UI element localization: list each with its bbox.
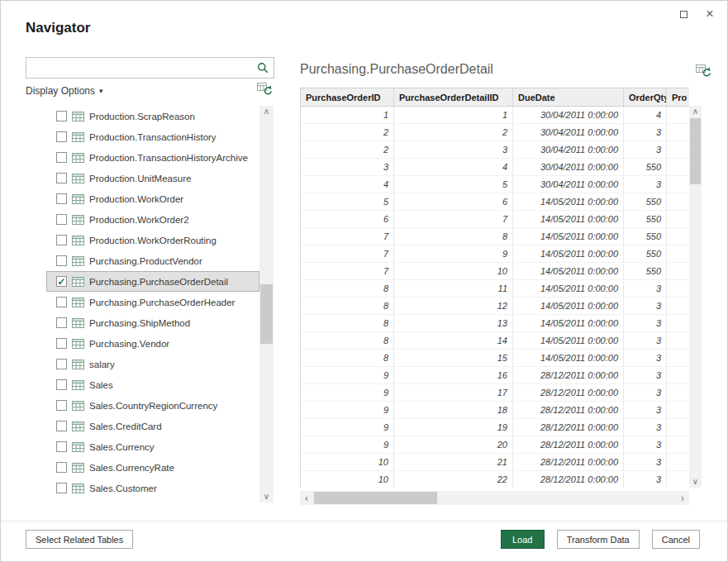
display-options-dropdown[interactable]: Display Options ▾: [26, 85, 103, 97]
preview-cell: 16: [394, 367, 513, 384]
preview-row: 92028/12/2011 0:00:003: [301, 436, 690, 454]
preview-cell: 550: [624, 159, 667, 176]
checkbox-unchecked[interactable]: [56, 297, 67, 307]
checkbox-unchecked[interactable]: [56, 483, 67, 493]
preview-vertical-scrollbar[interactable]: ∧ ∨: [689, 106, 702, 488]
checkbox-checked[interactable]: ✓: [56, 276, 67, 287]
checkbox-unchecked[interactable]: [56, 421, 67, 431]
checkbox-unchecked[interactable]: [56, 462, 67, 473]
table-list-item[interactable]: Sales.PersonCreditCard: [46, 498, 259, 502]
preview-cell: 5: [301, 193, 394, 211]
preview-cell: 30/04/2011 0:00:00: [513, 176, 624, 193]
table-list-item[interactable]: Sales.CreditCard: [46, 416, 259, 436]
preview-row: 81414/05/2011 0:00:003: [301, 332, 690, 350]
preview-row: 5614/05/2011 0:00:00550: [301, 193, 690, 211]
search-icon[interactable]: [252, 58, 274, 78]
scroll-up-icon[interactable]: ∧: [259, 106, 274, 117]
table-list-item[interactable]: Production.WorkOrderRouting: [46, 230, 259, 250]
table-icon: [72, 401, 84, 411]
refresh-list-icon[interactable]: [257, 83, 273, 99]
table-list-item[interactable]: Purchasing.ShipMethod: [46, 312, 259, 333]
preview-cell: 14/05/2011 0:00:00: [513, 228, 624, 245]
table-list-item[interactable]: Sales.CurrencyRate: [46, 457, 259, 478]
table-list-item[interactable]: Production.WorkOrder2: [46, 209, 259, 230]
table-list-item[interactable]: ✓ Purchasing.PurchaseOrderDetail: [46, 271, 259, 292]
preview-cell: 21: [394, 454, 513, 471]
preview-cell: 3: [624, 124, 667, 141]
scroll-down-icon[interactable]: ∨: [259, 491, 274, 502]
table-list-item[interactable]: Sales.Currency: [46, 436, 259, 457]
table-icon: [72, 360, 84, 369]
checkbox-unchecked[interactable]: [56, 317, 67, 328]
table-list-scrollbar[interactable]: ∧ ∨: [259, 106, 274, 502]
preview-row: 7914/05/2011 0:00:00550: [301, 245, 690, 263]
scrollbar-thumb[interactable]: [314, 492, 437, 504]
preview-horizontal-scrollbar[interactable]: ‹ ›: [300, 491, 689, 505]
preview-cell: 11: [394, 280, 513, 298]
table-list-item[interactable]: Sales.CountryRegionCurrency: [46, 395, 259, 416]
preview-cell: 28/12/2011 0:00:00: [513, 419, 624, 436]
checkbox-unchecked[interactable]: [56, 338, 67, 349]
maximize-button[interactable]: [674, 6, 692, 22]
scrollbar-thumb[interactable]: [260, 284, 273, 344]
checkbox-unchecked[interactable]: [56, 359, 67, 369]
checkbox-unchecked[interactable]: [56, 131, 67, 142]
preview-row: 91928/12/2011 0:00:003: [301, 419, 690, 436]
checkbox-unchecked[interactable]: [56, 111, 67, 121]
checkbox-unchecked[interactable]: [56, 173, 67, 183]
preview-row: 7814/05/2011 0:00:00550: [301, 228, 690, 245]
checkbox-unchecked[interactable]: [56, 255, 67, 266]
table-list-item[interactable]: Production.UnitMeasure: [46, 168, 259, 188]
table-list-item[interactable]: Production.TransactionHistoryArchive: [46, 147, 259, 168]
preview-table-body: 1130/04/2011 0:00:0042230/04/2011 0:00:0…: [301, 107, 690, 488]
checkbox-unchecked[interactable]: [56, 379, 67, 390]
table-list-item[interactable]: salary: [46, 354, 259, 374]
transform-data-button[interactable]: Transform Data: [557, 530, 640, 549]
preview-cell: 3: [624, 471, 667, 488]
preview-cell: [667, 436, 690, 454]
table-list-item[interactable]: Production.TransactionHistory: [46, 126, 259, 147]
scroll-left-icon[interactable]: ‹: [300, 491, 313, 505]
table-list-item[interactable]: Purchasing.ProductVendor: [46, 250, 259, 271]
preview-cell: 6: [301, 211, 394, 228]
table-list-item[interactable]: Purchasing.PurchaseOrderHeader: [46, 292, 259, 312]
scroll-right-icon[interactable]: ›: [676, 491, 689, 505]
preview-cell: [667, 141, 690, 159]
scroll-up-icon[interactable]: ∧: [689, 106, 702, 117]
preview-cell: 28/12/2011 0:00:00: [513, 454, 624, 471]
preview-cell: [667, 384, 690, 402]
table-list: Production.ScrapReason Production.Transa…: [46, 106, 259, 502]
scrollbar-thumb[interactable]: [690, 118, 701, 184]
checkbox-unchecked[interactable]: [56, 152, 67, 163]
table-name: Purchasing.Vendor: [89, 339, 169, 349]
checkbox-unchecked[interactable]: [56, 193, 67, 204]
table-list-item[interactable]: Sales: [46, 374, 259, 395]
table-list-item[interactable]: Production.ScrapReason: [46, 106, 259, 126]
preview-cell: 13: [394, 315, 513, 332]
table-name: Production.WorkOrder2: [89, 215, 189, 225]
checkbox-unchecked[interactable]: [56, 400, 67, 411]
table-list-item[interactable]: Purchasing.Vendor: [46, 333, 259, 354]
preview-cell: 3: [624, 384, 667, 402]
table-name: Production.ScrapReason: [89, 112, 195, 121]
checkbox-unchecked[interactable]: [56, 214, 67, 225]
cancel-button[interactable]: Cancel: [652, 530, 700, 549]
close-button[interactable]: ×: [701, 6, 719, 22]
preview-table: PurchaseOrderIDPurchaseOrderDetailIDDueD…: [300, 88, 689, 488]
refresh-preview-icon[interactable]: [696, 64, 711, 81]
checkbox-unchecked[interactable]: [56, 235, 67, 245]
table-list-item[interactable]: Production.WorkOrder: [46, 188, 259, 209]
load-button[interactable]: Load: [501, 530, 545, 549]
preview-cell: 14/05/2011 0:00:00: [513, 315, 624, 332]
search-input[interactable]: [26, 59, 252, 77]
preview-cell: [667, 419, 690, 436]
checkbox-unchecked[interactable]: [56, 441, 67, 452]
preview-cell: 3: [394, 141, 513, 159]
table-list-item[interactable]: Sales.Customer: [46, 478, 259, 498]
table-icon: [72, 132, 84, 142]
preview-cell: 3: [624, 280, 667, 298]
scroll-down-icon[interactable]: ∨: [689, 476, 702, 488]
table-icon: [72, 112, 84, 121]
preview-cell: 9: [301, 367, 394, 384]
select-related-tables-button[interactable]: Select Related Tables: [26, 530, 133, 549]
